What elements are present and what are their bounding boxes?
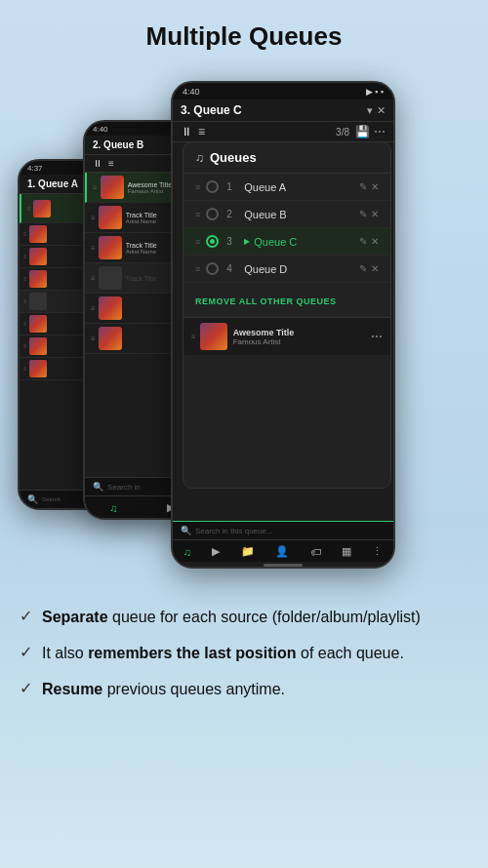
track-thumbnail — [33, 200, 51, 217]
drag-icon: ≡ — [91, 274, 96, 283]
queue-name-c: Queue C — [254, 236, 353, 248]
queues-panel-title: Queues — [210, 150, 257, 165]
queue-num-b: 2 — [226, 209, 236, 219]
drag-icon: ≡ — [195, 182, 200, 192]
queue-list-icon: ♫ — [195, 151, 204, 165]
track-thumbnail — [29, 293, 47, 310]
save-icon[interactable]: 💾 — [355, 125, 370, 138]
page-title: Multiple Queues — [0, 0, 488, 61]
feature-bold-3: Resume — [42, 681, 102, 697]
drag-icon: ≡ — [195, 264, 200, 274]
edit-icon[interactable]: ✎ — [359, 236, 367, 247]
more-button[interactable]: ⋯ — [371, 330, 383, 343]
drag-icon: ≡ — [93, 183, 98, 192]
remove-all-button[interactable]: REMOVE ALL OTHER QUEUES — [183, 283, 390, 317]
drag-icon: ≡ — [91, 214, 96, 222]
track-thumbnail — [29, 337, 47, 355]
queue-row-b[interactable]: ≡ 2 Queue B ✎ ✕ — [183, 201, 390, 228]
person-nav-icon[interactable]: 👤 — [275, 545, 289, 558]
feature-text-2: It also remembers the last position of e… — [42, 642, 404, 664]
track-thumbnail — [29, 270, 47, 288]
queue-nav-icon[interactable]: ♫ — [109, 502, 117, 514]
checkmark-icon: ✓ — [20, 643, 32, 661]
search-icon-1: 🔍 — [27, 494, 38, 504]
feature-item-2: ✓ It also remembers the last position of… — [20, 642, 461, 664]
queue-name-3: 3. Queue C — [181, 103, 363, 117]
queue-name-a: Queue A — [244, 181, 353, 193]
queue-num-c: 3 — [226, 236, 236, 247]
drag-icon: ≡ — [23, 254, 27, 259]
delete-icon[interactable]: ✕ — [371, 263, 379, 274]
more-icon[interactable]: ⋯ — [374, 125, 386, 138]
delete-icon[interactable]: ✕ — [371, 181, 379, 192]
search-bar-3[interactable]: 🔍 Search in this queue... — [173, 521, 393, 539]
track-thumbnail — [99, 236, 122, 259]
folder-nav-icon[interactable]: 📁 — [241, 545, 255, 558]
delete-icon[interactable]: ✕ — [371, 209, 379, 219]
feature-bold-2: remembers the last position — [88, 645, 296, 661]
more-nav-icon[interactable]: ⋮ — [372, 545, 383, 558]
feature-bold-1: Separate — [42, 609, 108, 625]
track-thumbnail — [29, 225, 47, 243]
phone-3: 4:40 ▶ ▪ ▪ 3. Queue C ▾ ✕ ⏸ ≡ 3/8 💾 ⋯ ♫ … — [171, 81, 395, 569]
feature-item-3: ✓ Resume previous queues anytime. — [20, 678, 461, 700]
edit-icon[interactable]: ✎ — [359, 181, 367, 192]
track-thumbnail — [99, 296, 122, 320]
tag-nav-icon[interactable]: 🏷 — [310, 546, 321, 558]
sort-icon[interactable]: ≡ — [198, 125, 205, 138]
drag-icon: ≡ — [23, 366, 27, 372]
queue-radio-c — [206, 235, 219, 248]
delete-icon[interactable]: ✕ — [371, 236, 379, 247]
pause-icon[interactable]: ⏸ — [93, 158, 102, 169]
track-thumbnail — [99, 206, 122, 229]
track-thumbnail — [29, 360, 47, 377]
track-thumbnail — [29, 248, 47, 265]
queues-panel-header: ♫ Queues — [183, 142, 390, 174]
queue-radio-d — [206, 262, 219, 275]
queue-name-b: Queue B — [244, 209, 353, 220]
feature-item-1: ✓ Separate queue for each source (folder… — [20, 606, 461, 628]
search-placeholder-1: Search — [42, 496, 61, 502]
drag-icon: ≡ — [191, 333, 196, 341]
track-thumbnail — [99, 266, 122, 290]
checkmark-icon: ✓ — [20, 607, 32, 625]
search-icon-3: 🔍 — [181, 526, 191, 535]
pause-icon[interactable]: ⏸ — [181, 125, 192, 138]
queue-name-d: Queue D — [244, 263, 353, 275]
feature-text-3: Resume previous queues anytime. — [42, 678, 285, 700]
drag-icon: ≡ — [91, 304, 96, 313]
close-icon[interactable]: ✕ — [377, 104, 386, 117]
queues-panel: ♫ Queues ≡ 1 Queue A ✎ ✕ ≡ 2 Que — [183, 141, 391, 489]
queue-nav-icon[interactable]: ♫ — [183, 546, 191, 558]
playing-icon: ▶ — [244, 237, 250, 246]
checkmark-icon: ✓ — [20, 679, 32, 697]
track-thumbnail — [99, 327, 122, 350]
search-icon-2: 🔍 — [93, 482, 103, 492]
search-text-3: Search in this queue... — [195, 527, 273, 535]
chevron-down-icon[interactable]: ▾ — [367, 104, 373, 117]
edit-icon[interactable]: ✎ — [359, 209, 367, 219]
remove-all-label: REMOVE ALL OTHER QUEUES — [195, 296, 337, 306]
time-1: 4:37 — [27, 164, 43, 173]
drag-icon: ≡ — [23, 298, 27, 304]
queue-row-a[interactable]: ≡ 1 Queue A ✎ ✕ — [183, 174, 390, 201]
queue-row-c[interactable]: ≡ 3 ▶ Queue C ✎ ✕ — [183, 228, 390, 256]
drag-icon: ≡ — [27, 206, 31, 212]
edit-icon[interactable]: ✎ — [359, 263, 367, 274]
sort-icon[interactable]: ≡ — [108, 158, 114, 169]
feature-text-1: Separate queue for each source (folder/a… — [42, 606, 421, 628]
equalizer-nav-icon[interactable]: ▦ — [342, 545, 351, 558]
queue-row-d[interactable]: ≡ 4 Queue D ✎ ✕ — [183, 256, 390, 283]
home-indicator — [264, 564, 303, 567]
track-thumbnail — [29, 315, 47, 333]
drag-icon: ≡ — [91, 335, 96, 343]
now-playing-thumbnail — [200, 323, 227, 350]
bottom-nav-3: ♫ ▶ 📁 👤 🏷 ▦ ⋮ — [173, 539, 393, 562]
drag-icon: ≡ — [23, 276, 27, 282]
play-nav-icon[interactable]: ▶ — [212, 545, 220, 558]
time-2: 4:40 — [93, 125, 108, 134]
phones-area: 4:37 ▶ 1. Queue A ▶ ≡ ≡ ≡ ≡ — [0, 61, 488, 578]
queue-radio-a — [206, 180, 219, 193]
now-playing-artist: Famous Artist — [233, 337, 371, 346]
drag-icon: ≡ — [195, 237, 200, 247]
